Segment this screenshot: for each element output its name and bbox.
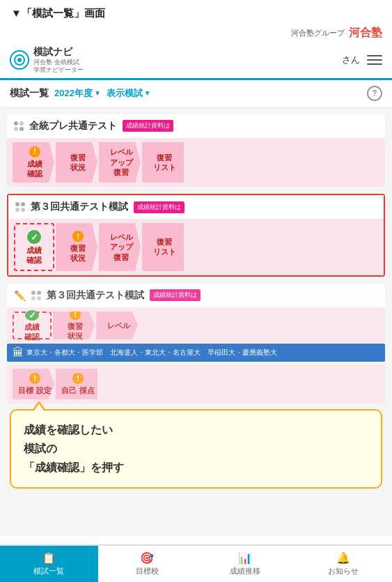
lower-steps: ! 目標 設定 ! 自己 採点 <box>7 365 385 404</box>
exam3-step-1[interactable]: ✓ 成績確認 <box>13 312 52 339</box>
exam1-step-1[interactable]: ! 成績確認 <box>13 142 54 183</box>
year-filter-btn[interactable]: 2022年度 ▼ <box>54 87 101 100</box>
step-label-2: 復習状況 <box>70 153 86 173</box>
step-label-2-3: レベルアップ復習 <box>110 232 133 262</box>
step-label-1: 成績確認 <box>27 159 42 179</box>
results-icon: 📊 <box>238 551 252 565</box>
exam2-title: 第３回共通テスト模試 <box>31 201 128 213</box>
check-icon: ✓ <box>27 230 41 244</box>
sub-header: 模試一覧 2022年度 ▼ 表示模試 ▼ ? <box>0 80 392 107</box>
exam2-step-3[interactable]: レベルアップ復習 <box>99 223 141 271</box>
exam1-step-3[interactable]: レベルアップ復習 <box>99 142 141 183</box>
exam-icon-1 <box>14 121 24 131</box>
bottom-nav: 📋 模試一覧 🎯 目標校 📊 成績推移 🔔 お知らせ <box>0 544 392 582</box>
alert-icon-3: ! <box>70 309 81 319</box>
header-right: さん <box>342 54 382 66</box>
section-faded: ✏️ 第３回共通テスト模試 成績統計資料は ✓ 成績確認 <box>7 284 385 404</box>
step-label-2-4: 復習リスト <box>153 237 176 257</box>
app-header: 模試ナビ 河合塾 全統模試 学習ナビゲーター さん <box>0 42 392 80</box>
tooltip-line1: 成績を確認したい <box>24 424 113 436</box>
exam3-badge: 成績統計資料は <box>150 289 201 301</box>
uni-text: 東京大・各都大・医学部 北海道人・東北大・名古屋大 早稲田大・慶應義塾大 <box>26 348 277 358</box>
app-name: 模試ナビ <box>33 46 84 59</box>
exam2-step-2[interactable]: ! 復習状況 <box>56 223 97 271</box>
lower-step-2[interactable]: ! 自己 採点 <box>56 369 97 399</box>
nav-item-notifications[interactable]: 🔔 お知らせ <box>294 546 392 582</box>
sub-header-title: 模試一覧 <box>10 87 49 100</box>
svg-point-1 <box>17 58 22 62</box>
main-content: 全統プレ共通テスト 成績統計資料は ! 成績確認 復習状況 レベルアップ復習 復… <box>0 107 392 536</box>
uni-strip: 🏛 東京大・各都大・医学部 北海道人・東北大・名古屋大 早稲田大・慶應義塾大 <box>7 344 385 362</box>
exam2-header: 第３回共通テスト模試 成績統計資料は <box>8 195 384 219</box>
page-outer-title: ▼「模試一覧」画面 <box>0 0 392 23</box>
display-filter-btn[interactable]: 表示模試 ▼ <box>107 87 151 100</box>
alert-icon-1: ! <box>29 146 40 158</box>
step-label-lower-2: 自己 採点 <box>61 385 94 395</box>
tooltip-line3: 「成績確認」を押す <box>24 461 124 473</box>
tooltip-bubble: 成績を確認したい 模試の 「成績確認」を押す <box>10 409 382 489</box>
exam-card-2: 第３回共通テスト模試 成績統計資料は ✓ 成績確認 ! 復習状況 レベルアップ復… <box>7 194 385 277</box>
nav-item-target[interactable]: 🎯 目標校 <box>98 546 196 582</box>
alert-icon-lower-1: ! <box>29 373 40 384</box>
help-button[interactable]: ? <box>367 86 382 101</box>
chevron-down-icon2: ▼ <box>144 89 151 97</box>
step-label-2-1: 成績確認 <box>26 245 42 266</box>
lower-step-1[interactable]: ! 目標 設定 <box>13 369 54 399</box>
exam3-header: ✏️ 第３回共通テスト模試 成績統計資料は <box>7 284 385 307</box>
exam3-title: 第３回共通テスト模試 <box>47 289 144 302</box>
app-logo: 模試ナビ 河合塾 全統模試 学習ナビゲーター <box>10 46 84 74</box>
chevron-down-icon: ▼ <box>94 89 101 97</box>
exam3-step-3[interactable]: レベル <box>96 312 138 339</box>
app-sub: 河合塾 全統模試 学習ナビゲーター <box>33 59 84 74</box>
step-label-4: 復習リスト <box>153 153 176 173</box>
step-label-3: レベルアップ復習 <box>110 147 133 177</box>
alert-icon-lower-2: ! <box>72 373 84 384</box>
exam1-badge: 成績統計資料は <box>123 120 173 132</box>
exam1-step-2[interactable]: 復習状況 <box>56 142 97 183</box>
exam-card-1: 全統プレ共通テスト 成績統計資料は ! 成績確認 復習状況 レベルアップ復習 復… <box>7 114 385 187</box>
exam1-steps: ! 成績確認 復習状況 レベルアップ復習 復習リスト <box>7 138 385 187</box>
exam2-steps: ✓ 成績確認 ! 復習状況 レベルアップ復習 復習リスト <box>8 219 384 275</box>
nav-label-notifications: お知らせ <box>328 566 359 576</box>
exam2-step-4[interactable]: 復習リスト <box>142 223 184 271</box>
brand-group-label: 河合塾グループ <box>291 28 345 38</box>
step-label-3-1: 成績確認 <box>24 322 40 342</box>
step-label-lower-1: 目標 設定 <box>18 385 51 395</box>
brand-bar: 河合塾グループ 河合塾 <box>0 23 392 42</box>
step-label-3-3: レベル <box>107 321 130 330</box>
nav-item-exam-list[interactable]: 📋 模試一覧 <box>0 546 98 582</box>
exam-icon-3 <box>31 291 41 300</box>
exam-list-icon: 📋 <box>42 551 56 565</box>
user-label: さん <box>342 54 360 66</box>
app-name-block: 模試ナビ 河合塾 全統模試 学習ナビゲーター <box>33 46 84 74</box>
pencil-icon: ✏️ <box>14 290 26 301</box>
exam3-step-2[interactable]: ! 復習状況 <box>53 312 95 339</box>
exam-card-3: ✏️ 第３回共通テスト模試 成績統計資料は ✓ 成績確認 <box>7 284 385 344</box>
nav-label-target: 目標校 <box>136 566 159 576</box>
target-icon: 🎯 <box>140 551 154 565</box>
nav-item-results[interactable]: 📊 成績推移 <box>196 546 295 582</box>
exam1-step-4[interactable]: 復習リスト <box>142 142 184 183</box>
nav-label-exam-list: 模試一覧 <box>33 566 64 576</box>
tooltip-line2: 模試の <box>24 443 57 454</box>
exam2-step-1[interactable]: ✓ 成績確認 <box>14 223 54 271</box>
brand-name: 河合塾 <box>349 26 382 40</box>
exam2-badge: 成績統計資料は <box>134 201 185 213</box>
alert-icon-2: ! <box>72 231 84 242</box>
exam1-title: 全統プレ共通テスト <box>29 120 117 132</box>
step-label-3-2: 復習状況 <box>68 321 83 342</box>
building-icon: 🏛 <box>13 346 24 359</box>
step-label-2-2: 復習状況 <box>70 243 86 263</box>
exam1-header: 全統プレ共通テスト 成績統計資料は <box>7 114 385 138</box>
check-icon-2: ✓ <box>25 310 39 321</box>
hamburger-menu[interactable] <box>367 55 382 65</box>
exam-icon-2 <box>15 202 25 212</box>
notifications-icon: 🔔 <box>336 551 350 565</box>
nav-label-results: 成績推移 <box>230 566 260 576</box>
logo-icon <box>10 50 29 70</box>
exam3-steps: ✓ 成績確認 ! 復習状況 レベル <box>7 307 385 344</box>
